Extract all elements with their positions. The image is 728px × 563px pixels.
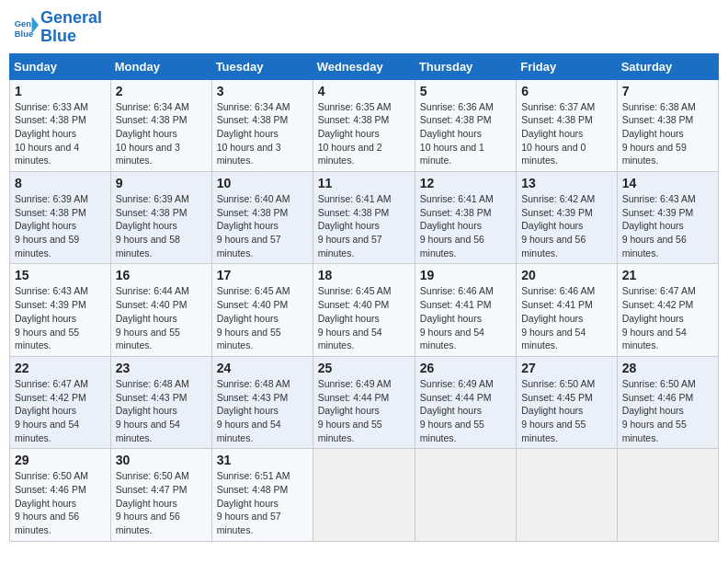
day-number: 8 xyxy=(15,176,106,190)
calendar-cell: 2 Sunrise: 6:34 AM Sunset: 4:38 PM Dayli… xyxy=(110,79,211,171)
calendar-cell: 16 Sunrise: 6:44 AM Sunset: 4:40 PM Dayl… xyxy=(110,264,211,356)
calendar-cell: 8 Sunrise: 6:39 AM Sunset: 4:38 PM Dayli… xyxy=(10,172,111,264)
day-info: Sunrise: 6:50 AM Sunset: 4:47 PM Dayligh… xyxy=(116,469,207,536)
logo-icon: Gen Blue xyxy=(13,15,39,40)
day-number: 12 xyxy=(420,176,511,190)
day-info: Sunrise: 6:47 AM Sunset: 4:42 PM Dayligh… xyxy=(15,377,106,444)
day-number: 6 xyxy=(521,84,611,98)
day-info: Sunrise: 6:47 AM Sunset: 4:42 PM Dayligh… xyxy=(622,284,713,351)
calendar-body: 1 Sunrise: 6:33 AM Sunset: 4:38 PM Dayli… xyxy=(10,79,719,541)
calendar-header-row: SundayMondayTuesdayWednesdayThursdayFrid… xyxy=(10,53,719,79)
day-number: 16 xyxy=(116,268,207,282)
day-number: 5 xyxy=(420,84,511,98)
day-info: Sunrise: 6:50 AM Sunset: 4:45 PM Dayligh… xyxy=(521,377,611,444)
day-number: 4 xyxy=(318,84,410,98)
calendar-cell: 24 Sunrise: 6:48 AM Sunset: 4:43 PM Dayl… xyxy=(211,356,313,448)
day-info: Sunrise: 6:36 AM Sunset: 4:38 PM Dayligh… xyxy=(420,100,511,167)
day-number: 17 xyxy=(217,268,308,282)
day-info: Sunrise: 6:49 AM Sunset: 4:44 PM Dayligh… xyxy=(318,377,410,444)
day-info: Sunrise: 6:35 AM Sunset: 4:38 PM Dayligh… xyxy=(318,100,410,167)
day-number: 24 xyxy=(217,361,308,375)
calendar-table: SundayMondayTuesdayWednesdayThursdayFrid… xyxy=(9,53,719,542)
day-number: 22 xyxy=(15,361,106,375)
calendar-cell: 7 Sunrise: 6:38 AM Sunset: 4:38 PM Dayli… xyxy=(617,79,718,171)
logo-text: GeneralBlue xyxy=(40,9,102,46)
calendar-cell: 22 Sunrise: 6:47 AM Sunset: 4:42 PM Dayl… xyxy=(10,356,111,448)
day-number: 15 xyxy=(15,268,106,282)
calendar-cell: 4 Sunrise: 6:35 AM Sunset: 4:38 PM Dayli… xyxy=(313,79,415,171)
calendar-cell: 23 Sunrise: 6:48 AM Sunset: 4:43 PM Dayl… xyxy=(110,356,211,448)
day-info: Sunrise: 6:46 AM Sunset: 4:41 PM Dayligh… xyxy=(420,284,511,351)
calendar-day-header: Monday xyxy=(110,53,211,79)
day-info: Sunrise: 6:48 AM Sunset: 4:43 PM Dayligh… xyxy=(116,377,207,444)
calendar-cell: 5 Sunrise: 6:36 AM Sunset: 4:38 PM Dayli… xyxy=(415,79,516,171)
calendar-day-header: Friday xyxy=(517,53,617,79)
day-number: 14 xyxy=(622,176,713,190)
day-info: Sunrise: 6:37 AM Sunset: 4:38 PM Dayligh… xyxy=(521,100,611,167)
day-number: 30 xyxy=(116,453,207,467)
calendar-cell xyxy=(415,449,516,541)
logo: Gen Blue GeneralBlue xyxy=(13,9,102,46)
calendar-cell: 25 Sunrise: 6:49 AM Sunset: 4:44 PM Dayl… xyxy=(313,356,415,448)
day-info: Sunrise: 6:51 AM Sunset: 4:48 PM Dayligh… xyxy=(217,469,308,536)
calendar-cell: 11 Sunrise: 6:41 AM Sunset: 4:38 PM Dayl… xyxy=(313,172,415,264)
calendar-day-header: Wednesday xyxy=(313,53,415,79)
calendar-cell: 26 Sunrise: 6:49 AM Sunset: 4:44 PM Dayl… xyxy=(415,356,516,448)
calendar-cell: 6 Sunrise: 6:37 AM Sunset: 4:38 PM Dayli… xyxy=(517,79,617,171)
calendar-cell: 30 Sunrise: 6:50 AM Sunset: 4:47 PM Dayl… xyxy=(110,449,211,541)
calendar-cell: 28 Sunrise: 6:50 AM Sunset: 4:46 PM Dayl… xyxy=(617,356,718,448)
day-number: 18 xyxy=(318,268,410,282)
calendar-week-row: 1 Sunrise: 6:33 AM Sunset: 4:38 PM Dayli… xyxy=(10,79,719,171)
calendar-cell: 20 Sunrise: 6:46 AM Sunset: 4:41 PM Dayl… xyxy=(517,264,617,356)
day-info: Sunrise: 6:50 AM Sunset: 4:46 PM Dayligh… xyxy=(622,377,713,444)
day-info: Sunrise: 6:46 AM Sunset: 4:41 PM Dayligh… xyxy=(521,284,611,351)
day-info: Sunrise: 6:34 AM Sunset: 4:38 PM Dayligh… xyxy=(116,100,207,167)
day-number: 31 xyxy=(217,453,308,467)
day-number: 1 xyxy=(15,84,106,98)
calendar-cell xyxy=(617,449,718,541)
day-number: 23 xyxy=(116,361,207,375)
calendar-day-header: Saturday xyxy=(617,53,718,79)
svg-text:Blue: Blue xyxy=(15,29,33,39)
day-number: 2 xyxy=(116,84,207,98)
day-info: Sunrise: 6:43 AM Sunset: 4:39 PM Dayligh… xyxy=(622,192,713,259)
calendar-cell: 21 Sunrise: 6:47 AM Sunset: 4:42 PM Dayl… xyxy=(617,264,718,356)
day-info: Sunrise: 6:38 AM Sunset: 4:38 PM Dayligh… xyxy=(622,100,713,167)
day-info: Sunrise: 6:42 AM Sunset: 4:39 PM Dayligh… xyxy=(521,192,611,259)
calendar-cell: 13 Sunrise: 6:42 AM Sunset: 4:39 PM Dayl… xyxy=(517,172,617,264)
calendar-cell: 14 Sunrise: 6:43 AM Sunset: 4:39 PM Dayl… xyxy=(617,172,718,264)
day-info: Sunrise: 6:33 AM Sunset: 4:38 PM Dayligh… xyxy=(15,100,106,167)
day-number: 25 xyxy=(318,361,410,375)
day-info: Sunrise: 6:48 AM Sunset: 4:43 PM Dayligh… xyxy=(217,377,308,444)
calendar-cell: 27 Sunrise: 6:50 AM Sunset: 4:45 PM Dayl… xyxy=(517,356,617,448)
day-number: 21 xyxy=(622,268,713,282)
day-number: 13 xyxy=(521,176,611,190)
calendar-cell: 9 Sunrise: 6:39 AM Sunset: 4:38 PM Dayli… xyxy=(110,172,211,264)
calendar-cell: 17 Sunrise: 6:45 AM Sunset: 4:40 PM Dayl… xyxy=(211,264,313,356)
day-info: Sunrise: 6:45 AM Sunset: 4:40 PM Dayligh… xyxy=(217,284,308,351)
calendar-cell: 1 Sunrise: 6:33 AM Sunset: 4:38 PM Dayli… xyxy=(10,79,111,171)
day-info: Sunrise: 6:39 AM Sunset: 4:38 PM Dayligh… xyxy=(15,192,106,259)
day-number: 11 xyxy=(318,176,410,190)
day-number: 19 xyxy=(420,268,511,282)
day-info: Sunrise: 6:41 AM Sunset: 4:38 PM Dayligh… xyxy=(420,192,511,259)
calendar-week-row: 29 Sunrise: 6:50 AM Sunset: 4:46 PM Dayl… xyxy=(10,449,719,541)
calendar-day-header: Tuesday xyxy=(211,53,313,79)
day-number: 10 xyxy=(217,176,308,190)
calendar-cell: 31 Sunrise: 6:51 AM Sunset: 4:48 PM Dayl… xyxy=(211,449,313,541)
day-number: 7 xyxy=(622,84,713,98)
calendar-cell xyxy=(313,449,415,541)
day-number: 3 xyxy=(217,84,308,98)
day-info: Sunrise: 6:34 AM Sunset: 4:38 PM Dayligh… xyxy=(217,100,308,167)
day-info: Sunrise: 6:43 AM Sunset: 4:39 PM Dayligh… xyxy=(15,284,106,351)
day-number: 26 xyxy=(420,361,511,375)
day-number: 29 xyxy=(15,453,106,467)
day-info: Sunrise: 6:41 AM Sunset: 4:38 PM Dayligh… xyxy=(318,192,410,259)
day-info: Sunrise: 6:44 AM Sunset: 4:40 PM Dayligh… xyxy=(116,284,207,351)
day-number: 9 xyxy=(116,176,207,190)
calendar-day-header: Sunday xyxy=(10,53,111,79)
day-info: Sunrise: 6:45 AM Sunset: 4:40 PM Dayligh… xyxy=(318,284,410,351)
calendar-cell: 15 Sunrise: 6:43 AM Sunset: 4:39 PM Dayl… xyxy=(10,264,111,356)
day-info: Sunrise: 6:49 AM Sunset: 4:44 PM Dayligh… xyxy=(420,377,511,444)
svg-text:Gen: Gen xyxy=(15,19,31,29)
